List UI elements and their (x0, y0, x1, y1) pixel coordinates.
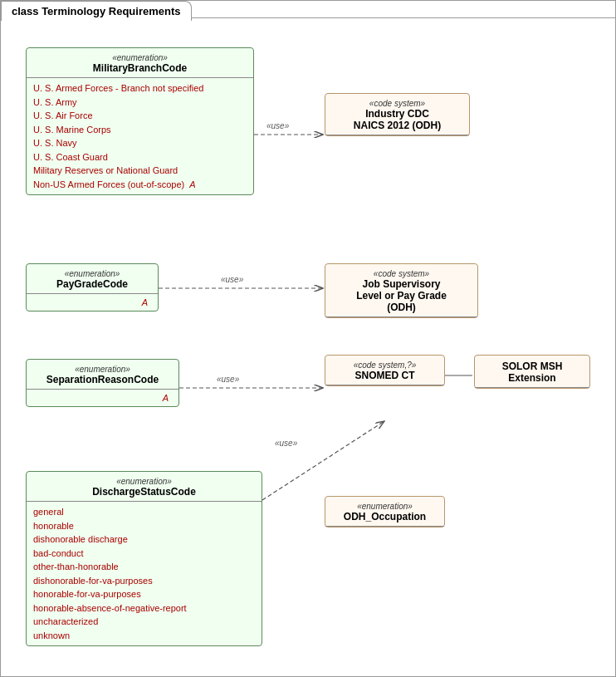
snomed-ct-box: «code system,?» SNOMED CT (325, 355, 445, 386)
ds-item-3: dishonorable discharge (33, 532, 255, 547)
paygrade-header: «enumeration» PayGradeCode (27, 264, 158, 294)
diagram-container: class Terminology Requirements «enumerat… (0, 0, 616, 677)
industry-cdc-box: «code system» Industry CDC NAICS 2012 (O… (325, 93, 470, 136)
solor-msh-box: SOLOR MSH Extension (474, 355, 590, 389)
ds-item-1: general (33, 505, 255, 519)
mb-item-3: U. S. Air Force (33, 109, 247, 123)
paygrade-stereotype: «enumeration» (33, 269, 151, 278)
job-supervisory-classname: Job Supervisory Level or Pay Grade (ODH) (332, 278, 471, 313)
discharge-status-classname: DischargeStatusCode (33, 486, 255, 498)
paygrade-abstract: A (33, 297, 151, 307)
job-supervisory-header: «code system» Job Supervisory Level or P… (325, 264, 477, 317)
industry-cdc-classname: Industry CDC NAICS 2012 (ODH) (332, 108, 462, 131)
military-branch-box: «enumeration» MilitaryBranchCode U. S. A… (26, 47, 254, 195)
military-branch-header: «enumeration» MilitaryBranchCode (27, 48, 253, 78)
discharge-status-header: «enumeration» DischargeStatusCode (27, 472, 262, 502)
separation-reason-box: «enumeration» SeparationReasonCode A (26, 359, 179, 407)
odh-occupation-header: «enumeration» ODH_Occupation (325, 497, 444, 527)
mb-item-2: U. S. Army (33, 96, 247, 110)
diagram-title: class Terminology Requirements (1, 1, 192, 21)
separation-reason-body: A (27, 390, 178, 406)
snomed-ct-stereotype: «code system,?» (332, 361, 438, 370)
separation-reason-abstract: A (33, 393, 172, 403)
ds-item-4: bad-conduct (33, 547, 255, 561)
ds-item-6: dishonorable-for-va-purposes (33, 574, 255, 588)
military-branch-body: U. S. Armed Forces - Branch not specifie… (27, 78, 253, 194)
arrow-label-2: «use» (221, 275, 244, 284)
solor-msh-classname: SOLOR MSH Extension (482, 361, 583, 384)
industry-cdc-stereotype: «code system» (332, 99, 462, 108)
ds-item-2: honorable (33, 519, 255, 533)
mb-item-4: U. S. Marine Corps (33, 123, 247, 137)
military-branch-stereotype: «enumeration» (33, 53, 247, 62)
separation-reason-classname: SeparationReasonCode (33, 374, 172, 385)
separation-reason-stereotype: «enumeration» (33, 365, 172, 374)
odh-occupation-stereotype: «enumeration» (332, 502, 438, 511)
paygrade-box: «enumeration» PayGradeCode A (26, 263, 159, 312)
discharge-status-stereotype: «enumeration» (33, 477, 255, 486)
arrow-label-3: «use» (217, 375, 240, 384)
ds-item-5: other-than-honorable (33, 560, 255, 574)
arrow-label-4: «use» (275, 439, 298, 448)
diagram-area: «enumeration» MilitaryBranchCode U. S. A… (1, 17, 615, 676)
mb-item-6: U. S. Coast Guard (33, 150, 247, 164)
paygrade-body: A (27, 294, 158, 311)
arrow-label-1: «use» (266, 121, 290, 130)
snomed-ct-classname: SNOMED CT (332, 370, 438, 381)
industry-cdc-header: «code system» Industry CDC NAICS 2012 (O… (325, 94, 469, 135)
solor-msh-header: SOLOR MSH Extension (475, 356, 589, 388)
job-supervisory-stereotype: «code system» (332, 269, 471, 278)
ds-item-10: unknown (33, 629, 255, 643)
mb-item-1: U. S. Armed Forces - Branch not specifie… (33, 81, 247, 96)
ds-item-7: honorable-for-va-purposes (33, 587, 255, 601)
odh-occupation-box: «enumeration» ODH_Occupation (325, 496, 445, 527)
military-branch-classname: MilitaryBranchCode (33, 62, 247, 74)
mb-item-7: Military Reserves or National Guard (33, 164, 247, 178)
arrow-discharge-snomed (262, 421, 384, 500)
separation-reason-header: «enumeration» SeparationReasonCode (27, 360, 178, 390)
discharge-status-body: general honorable dishonorable discharge… (27, 502, 262, 645)
paygrade-classname: PayGradeCode (33, 278, 151, 290)
ds-item-8: honorable-absence-of-negative-report (33, 601, 255, 616)
mb-item-8: Non-US Armed Forces (out-of-scope) A (33, 178, 247, 192)
job-supervisory-box: «code system» Job Supervisory Level or P… (325, 263, 478, 318)
snomed-ct-header: «code system,?» SNOMED CT (325, 356, 444, 385)
odh-occupation-classname: ODH_Occupation (332, 511, 438, 522)
ds-item-9: uncharacterized (33, 615, 255, 629)
discharge-status-box: «enumeration» DischargeStatusCode genera… (26, 471, 262, 646)
mb-item-5: U. S. Navy (33, 136, 247, 150)
